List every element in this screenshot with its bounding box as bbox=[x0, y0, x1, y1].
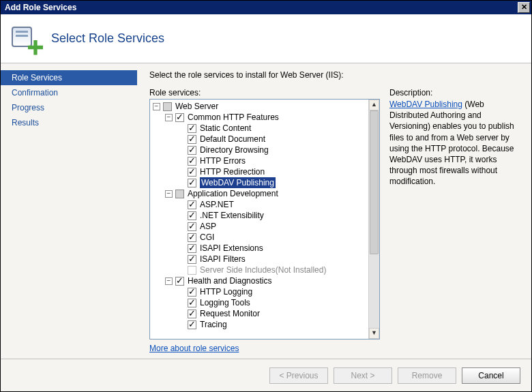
tree-node[interactable]: Default Document bbox=[150, 134, 368, 145]
tree-node[interactable]: Tracing bbox=[150, 319, 368, 330]
tree-checkbox[interactable] bbox=[188, 200, 196, 209]
sidebar-step-confirmation[interactable]: Confirmation bbox=[1, 85, 137, 100]
tree-checkbox[interactable] bbox=[188, 255, 196, 264]
tree-node-label[interactable]: ASP.NET bbox=[200, 199, 234, 210]
collapse-icon[interactable]: − bbox=[165, 190, 173, 198]
tree-node[interactable]: ISAPI Extensions bbox=[150, 243, 368, 254]
tree-checkbox[interactable] bbox=[188, 299, 196, 307]
previous-button[interactable]: < Previous bbox=[269, 367, 328, 384]
tree-node[interactable]: −Application Development bbox=[150, 188, 368, 199]
tree-node[interactable]: HTTP Errors bbox=[150, 155, 368, 166]
tree-node-label[interactable]: WebDAV Publishing bbox=[200, 177, 276, 188]
tree-node-label[interactable]: ISAPI Filters bbox=[200, 254, 246, 265]
collapse-icon[interactable]: − bbox=[165, 114, 173, 121]
close-button[interactable]: ✕ bbox=[518, 2, 530, 13]
tree-node[interactable]: −Common HTTP Features bbox=[150, 112, 368, 123]
columns: Role services: −Web Server−Common HTTP F… bbox=[149, 88, 519, 353]
tree-node-label[interactable]: Application Development bbox=[188, 188, 278, 199]
tree-node[interactable]: WebDAV Publishing bbox=[150, 177, 368, 188]
next-button[interactable]: Next > bbox=[334, 367, 392, 384]
tree-node[interactable]: ASP bbox=[150, 221, 368, 232]
tree-node[interactable]: ISAPI Filters bbox=[150, 254, 368, 265]
tree-checkbox[interactable] bbox=[188, 168, 196, 177]
collapse-icon[interactable]: − bbox=[165, 277, 173, 285]
tree-node[interactable]: HTTP Redirection bbox=[150, 166, 368, 177]
sidebar-step-role-services[interactable]: Role Services bbox=[1, 70, 137, 85]
tree-node[interactable]: Directory Browsing bbox=[150, 145, 368, 155]
wizard-button-bar: < Previous Next > Remove Cancel bbox=[1, 359, 531, 391]
more-about-role-services-link[interactable]: More about role services bbox=[149, 344, 380, 353]
tree-checkbox[interactable] bbox=[175, 190, 184, 198]
role-services-tree[interactable]: −Web Server−Common HTTP FeaturesStatic C… bbox=[149, 99, 380, 340]
description-text: WebDAV Publishing (Web Distributed Autho… bbox=[389, 99, 519, 187]
tree-checkbox[interactable] bbox=[188, 288, 196, 297]
sidebar-step-results[interactable]: Results bbox=[1, 115, 137, 130]
collapse-icon[interactable]: − bbox=[153, 103, 160, 110]
tree-node-label[interactable]: HTTP Redirection bbox=[200, 166, 265, 177]
tree-node[interactable]: Server Side Includes (Not Installed) bbox=[150, 265, 368, 275]
tree-spacer bbox=[177, 267, 185, 274]
tree-checkbox[interactable] bbox=[175, 277, 184, 286]
tree-node-label[interactable]: HTTP Logging bbox=[200, 286, 252, 297]
tree-node-label[interactable]: Tracing bbox=[200, 319, 227, 330]
tree-node-label[interactable]: HTTP Errors bbox=[200, 155, 246, 166]
remove-button[interactable]: Remove bbox=[398, 367, 456, 384]
description-column: Description: WebDAV Publishing (Web Dist… bbox=[389, 88, 519, 353]
cancel-button[interactable]: Cancel bbox=[462, 367, 520, 384]
tree-node-label[interactable]: CGI bbox=[200, 232, 214, 243]
tree-node[interactable]: ASP.NET bbox=[150, 199, 368, 210]
tree-node-label[interactable]: Request Monitor bbox=[200, 308, 260, 319]
wizard-window: Add Role Services ✕ Select Role Services… bbox=[0, 0, 532, 392]
tree-node[interactable]: Static Content bbox=[150, 123, 368, 134]
sidebar-step-progress[interactable]: Progress bbox=[1, 100, 137, 115]
tree-checkbox[interactable] bbox=[188, 211, 196, 220]
tree-node[interactable]: CGI bbox=[150, 232, 368, 243]
tree-checkbox[interactable] bbox=[175, 113, 184, 122]
tree-node[interactable]: Request Monitor bbox=[150, 308, 368, 319]
tree-node[interactable]: −Web Server bbox=[150, 101, 368, 112]
tree-checkbox[interactable] bbox=[188, 233, 196, 242]
tree-checkbox[interactable] bbox=[163, 102, 172, 111]
tree-node-label[interactable]: Health and Diagnostics bbox=[188, 275, 271, 286]
tree-spacer bbox=[177, 288, 185, 296]
tree-scrollbar[interactable]: ▲ ▼ bbox=[368, 100, 379, 339]
tree-checkbox[interactable] bbox=[188, 135, 196, 144]
tree-node[interactable]: .NET Extensibility bbox=[150, 210, 368, 221]
tree-spacer bbox=[177, 201, 185, 209]
tree-checkbox bbox=[188, 266, 196, 275]
tree-node[interactable]: HTTP Logging bbox=[150, 286, 368, 297]
tree-checkbox[interactable] bbox=[188, 310, 196, 318]
tree-checkbox[interactable] bbox=[188, 179, 196, 187]
tree-node[interactable]: −Health and Diagnostics bbox=[150, 275, 368, 286]
tree-checkbox[interactable] bbox=[188, 244, 196, 253]
wizard-main: Select the role services to install for … bbox=[137, 63, 531, 359]
tree-node-label[interactable]: Static Content bbox=[200, 123, 251, 134]
scroll-up-button[interactable]: ▲ bbox=[369, 100, 379, 110]
tree-spacer bbox=[177, 147, 185, 154]
tree-node-label[interactable]: Default Document bbox=[200, 134, 265, 145]
tree-node-label[interactable]: Common HTTP Features bbox=[188, 112, 279, 123]
description-link[interactable]: WebDAV Publishing bbox=[389, 100, 462, 109]
tree-node-label[interactable]: .NET Extensibility bbox=[200, 210, 264, 221]
tree-node-label[interactable]: ASP bbox=[200, 221, 216, 232]
role-services-column: Role services: −Web Server−Common HTTP F… bbox=[149, 88, 380, 353]
tree-checkbox[interactable] bbox=[188, 146, 196, 155]
tree-spacer bbox=[177, 157, 185, 165]
tree-node-label[interactable]: Web Server bbox=[175, 101, 218, 112]
tree-checkbox[interactable] bbox=[188, 222, 196, 231]
tree-node-label[interactable]: Server Side Includes bbox=[200, 265, 276, 275]
tree-node[interactable]: Logging Tools bbox=[150, 297, 368, 308]
scroll-down-button[interactable]: ▼ bbox=[369, 328, 379, 339]
scroll-thumb[interactable] bbox=[370, 110, 379, 254]
tree-spacer bbox=[177, 136, 185, 143]
tree-checkbox[interactable] bbox=[188, 320, 196, 329]
tree-node-label[interactable]: Logging Tools bbox=[200, 297, 250, 308]
tree-node-label[interactable]: ISAPI Extensions bbox=[200, 243, 263, 254]
tree-checkbox[interactable] bbox=[188, 157, 196, 166]
tree-checkbox[interactable] bbox=[188, 124, 196, 133]
description-label: Description: bbox=[389, 88, 519, 97]
wizard-steps-sidebar: Role ServicesConfirmationProgressResults bbox=[1, 63, 137, 359]
tree-node-suffix: (Not Installed) bbox=[276, 265, 327, 275]
description-body: (Web Distributed Authoring and Versionin… bbox=[389, 100, 514, 186]
tree-node-label[interactable]: Directory Browsing bbox=[200, 145, 269, 155]
